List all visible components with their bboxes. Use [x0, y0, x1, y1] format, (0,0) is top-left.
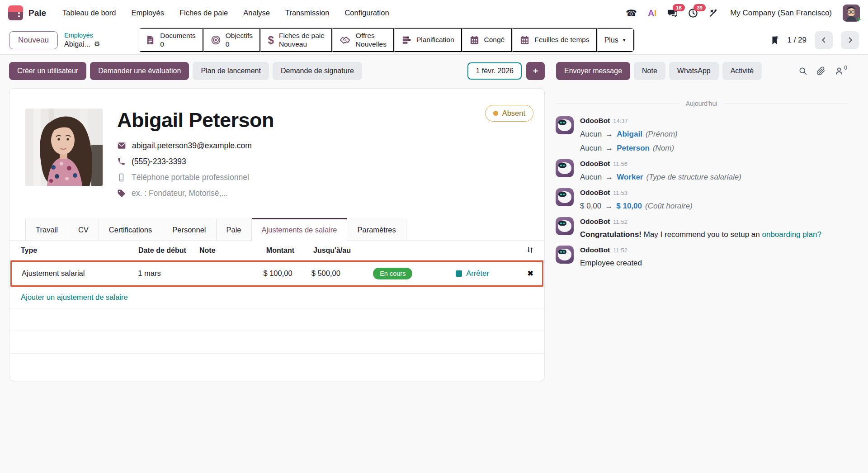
followers-icon[interactable]: 0: [835, 66, 847, 76]
header-note[interactable]: Note: [199, 246, 251, 255]
message-author[interactable]: OdooBot: [580, 246, 610, 254]
search-messages-icon[interactable]: [798, 66, 807, 76]
payroll-app-icon[interactable]: [8, 5, 23, 20]
date-input[interactable]: 1 févr. 2026: [467, 62, 522, 80]
odoobot-avatar: [556, 159, 574, 177]
chatter-message[interactable]: OdooBot11:56 Aucun→Worker(Type de struct…: [556, 159, 847, 184]
stat-timeoff-button[interactable]: Congé: [462, 28, 513, 52]
menu-transmission[interactable]: Transmission: [285, 9, 330, 17]
cell-type[interactable]: Ajustement salarial: [22, 269, 138, 278]
stat-payslips-button[interactable]: $ Fiches de paieNouveau: [260, 28, 332, 52]
tab-cv[interactable]: CV: [68, 218, 99, 241]
ai-icon[interactable]: AI: [648, 8, 656, 18]
create-user-button[interactable]: Créer un utilisateur: [9, 62, 86, 80]
header-until[interactable]: Jusqu'à/au: [294, 246, 376, 255]
user-avatar[interactable]: ✈: [843, 5, 860, 22]
whatsapp-button[interactable]: WhatsApp: [669, 62, 719, 80]
launch-plan-button[interactable]: Plan de lancement: [193, 62, 269, 80]
tracking-new-value[interactable]: $ 10,00: [616, 202, 642, 210]
stat-more-button[interactable]: Plus ▼: [597, 28, 634, 52]
tags-placeholder[interactable]: ex. : Fondateur, Motorisé,...: [132, 189, 228, 198]
header-type[interactable]: Type: [21, 246, 138, 255]
cell-until[interactable]: $ 500,00: [292, 269, 373, 278]
employee-name[interactable]: Abigail Peterson: [117, 109, 274, 132]
tab-ajustements-de-salaire[interactable]: Ajustements de salaire: [252, 218, 348, 241]
menu-analysis[interactable]: Analyse: [243, 9, 270, 17]
cell-amount[interactable]: $ 100,00: [250, 269, 292, 278]
optional-columns-icon[interactable]: [526, 246, 534, 256]
menu-configuration[interactable]: Configuration: [344, 9, 389, 17]
chatter-message[interactable]: OdooBot11:52 Congratulations! May I reco…: [556, 217, 847, 241]
company-switcher[interactable]: My Company (San Francisco): [730, 9, 832, 18]
employee-photo[interactable]: [25, 109, 103, 186]
send-message-button[interactable]: Envoyer message: [556, 62, 630, 80]
tracking-new-value[interactable]: Worker: [617, 173, 643, 181]
menu-payslips[interactable]: Fiches de paie: [179, 9, 228, 17]
message-author[interactable]: OdooBot: [580, 218, 610, 225]
chatter-message[interactable]: OdooBot11:53 $ 0,00→$ 10,00(Coût horaire…: [556, 188, 847, 213]
chatter-action-buttons: Envoyer message Note WhatsApp Activité 0: [545, 62, 859, 80]
pager-next-button[interactable]: [841, 31, 859, 49]
stat-offers-button[interactable]: OffresNouvelles: [332, 28, 394, 52]
activity-button[interactable]: Activité: [722, 62, 762, 80]
employee-email[interactable]: abigail.peterson39@example.com: [132, 141, 252, 151]
status-en-cours-pill[interactable]: En cours: [373, 268, 412, 279]
activities-badge: 39: [693, 4, 706, 12]
message-author[interactable]: OdooBot: [580, 160, 610, 167]
header-start-date[interactable]: Date de début: [138, 246, 199, 255]
tags-row[interactable]: ex. : Fondateur, Motorisé,...: [117, 189, 274, 198]
add-date-button[interactable]: +: [526, 62, 545, 80]
calendar-icon: [469, 35, 480, 45]
message-time: 11:56: [613, 161, 627, 167]
stop-adjustment-link[interactable]: Arrêter: [456, 269, 527, 278]
bookmark-icon[interactable]: [770, 35, 780, 46]
delete-row-icon[interactable]: ✖: [528, 269, 533, 278]
tab-certifications[interactable]: Certifications: [99, 218, 162, 241]
request-evaluation-button[interactable]: Demander une évaluation: [90, 62, 189, 80]
tracking-new-value[interactable]: Abigail: [617, 130, 642, 138]
menu-dashboard[interactable]: Tableau de bord: [62, 9, 116, 17]
presence-status-badge[interactable]: Absent: [485, 105, 533, 122]
empty-table-row: [9, 331, 544, 354]
chatter-message[interactable]: OdooBot11:52 Employee created: [556, 246, 847, 270]
pager-previous-button[interactable]: [815, 31, 833, 49]
menu-employees[interactable]: Employés: [131, 9, 164, 17]
employee-phone[interactable]: (555)-233-3393: [132, 157, 186, 166]
attachment-icon[interactable]: [816, 66, 826, 76]
gear-icon[interactable]: ⚙: [94, 40, 100, 48]
stat-planning-button[interactable]: Planification: [394, 28, 462, 52]
tab-paie[interactable]: Paie: [217, 218, 252, 241]
voip-phone-icon[interactable]: ☎: [626, 8, 637, 19]
adjustments-table-header: Type Date de début Note Montant Jusqu'à/…: [9, 241, 544, 260]
stat-timesheets-button[interactable]: Feuilles de temps: [512, 28, 597, 52]
odoobot-avatar: [556, 188, 574, 206]
mobile-placeholder[interactable]: Téléphone portable professionnel: [132, 173, 249, 182]
messages-icon[interactable]: 16: [667, 8, 677, 18]
message-time: 11:52: [613, 218, 627, 225]
stat-documents-button[interactable]: Documents0: [138, 28, 203, 52]
add-adjustment-link[interactable]: Ajouter un ajustement de salaire: [21, 293, 128, 301]
header-amount[interactable]: Montant: [251, 246, 294, 255]
cell-start-date[interactable]: 1 mars: [138, 269, 198, 278]
onboarding-plan-link[interactable]: onboarding plan?: [762, 230, 821, 239]
chatter-message[interactable]: OdooBot14:37 Aucun→Abigail(Prénom) Aucun…: [556, 116, 847, 155]
tab-parametres[interactable]: Paramètres: [347, 218, 406, 241]
phone-row[interactable]: (555)-233-3393: [117, 157, 274, 166]
app-title[interactable]: Paie: [28, 8, 46, 18]
signature-request-button[interactable]: Demande de signature: [273, 62, 362, 80]
stat-goals-button[interactable]: Objectifs0: [203, 28, 260, 52]
message-author[interactable]: OdooBot: [580, 117, 610, 124]
mobile-row[interactable]: Téléphone portable professionnel: [117, 173, 274, 182]
new-button[interactable]: Nouveau: [9, 31, 58, 49]
tracking-new-value[interactable]: Peterson: [617, 144, 650, 152]
salary-adjustment-row[interactable]: Ajustement salarial 1 mars $ 100,00 $ 50…: [10, 260, 543, 287]
activities-icon[interactable]: 39: [688, 8, 698, 18]
breadcrumb-employees-link[interactable]: Employés: [64, 31, 100, 39]
email-row[interactable]: abigail.peterson39@example.com: [117, 141, 274, 151]
tools-icon[interactable]: [709, 8, 718, 18]
tab-travail[interactable]: Travail: [25, 218, 68, 241]
notebook-tabs: Travail CV Certifications Personnel Paie…: [9, 218, 544, 241]
log-note-button[interactable]: Note: [634, 62, 665, 80]
message-author[interactable]: OdooBot: [580, 189, 610, 196]
tab-personnel[interactable]: Personnel: [162, 218, 216, 241]
